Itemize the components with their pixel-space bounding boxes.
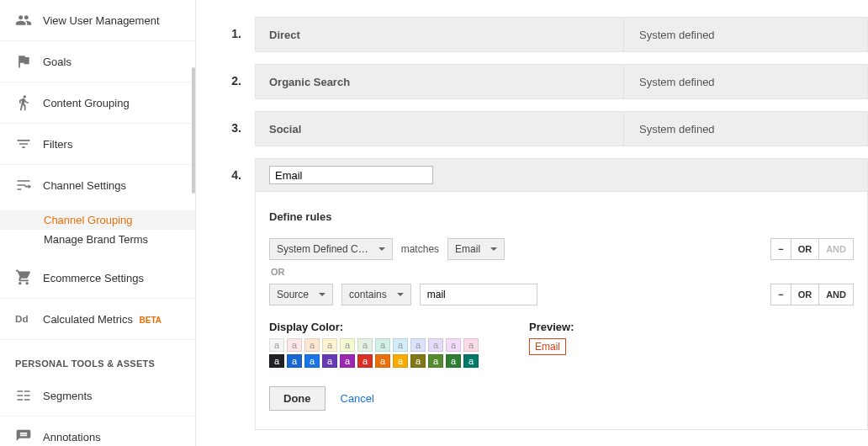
color-swatch[interactable]: a [340,354,355,368]
rule1-dimension-dropdown[interactable]: System Defined C… [269,238,393,260]
rule-or-button[interactable]: OR [791,284,820,305]
rule-and-button[interactable]: AND [819,284,853,305]
rule-and-button: AND [819,239,853,259]
rule-line-2: Source contains − OR AND [269,284,854,305]
dd-label: Email [455,243,480,255]
color-swatch[interactable]: a [269,338,284,352]
rule2-value-input[interactable] [420,284,537,305]
done-button[interactable]: Done [269,386,326,411]
rule1-ops: − OR AND [770,238,854,260]
subnav-manage-brand-terms[interactable]: Manage Brand Terms [0,230,195,249]
chevron-down-icon [490,247,497,251]
color-swatch[interactable]: a [375,354,390,368]
color-swatch[interactable]: a [357,338,373,352]
annotations-icon [15,428,32,445]
rule-or-separator: OR [271,267,854,277]
color-swatch[interactable]: a [463,338,479,352]
nav-calculated-metrics[interactable]: Dd Calculated Metrics BETA [0,299,195,340]
channel-bar[interactable]: Social System defined [255,111,868,146]
color-swatch[interactable]: a [340,338,355,352]
color-swatch[interactable]: a [269,354,284,368]
channel-editor: Define rules System Defined C… matches E… [255,192,868,430]
swatch-grid: aaaaaaaaaaaa aaaaaaaaaaaa [269,338,479,368]
rule-or-button[interactable]: OR [791,239,820,259]
color-swatch[interactable]: a [322,338,337,352]
nav-view-user-management[interactable]: View User Management [0,0,195,41]
channel-name: Organic Search [256,76,623,88]
color-swatch[interactable]: a [304,338,320,352]
nav-label: Filters [43,138,180,151]
display-color-label: Display Color: [269,321,479,333]
channel-settings-icon [15,177,32,194]
preview-block: Preview: Email [529,321,574,368]
channel-name-input[interactable] [269,166,433,184]
nav-channel-settings[interactable]: Channel Settings [0,165,195,205]
color-swatch[interactable]: a [393,338,408,352]
sidebar: View User Management Goals Content Group… [0,0,196,446]
chevron-down-icon [319,293,326,296]
nav-ecommerce-settings[interactable]: Ecommerce Settings [0,258,195,299]
svg-text:Dd: Dd [15,313,29,324]
segments-icon [15,387,32,404]
rule2-ops: − OR AND [770,284,854,305]
preview-label: Preview: [529,321,574,333]
channel-bar[interactable]: Organic Search System defined [255,64,868,99]
color-swatch[interactable]: a [357,354,373,368]
sidebar-scrollbar[interactable] [192,67,195,194]
channel-bar[interactable]: Direct System defined [255,17,868,52]
rule-line-1: System Defined C… matches Email − OR AND [269,238,854,260]
color-swatch[interactable]: a [446,354,461,368]
rule-remove-button[interactable]: − [771,239,791,259]
nav-annotations[interactable]: Annotations [0,417,195,446]
nav-label: Content Grouping [43,97,180,109]
channel-name: Direct [256,29,623,41]
color-swatch[interactable]: a [304,354,320,368]
channel-settings-submenu: Channel Grouping Manage Brand Terms [0,205,195,258]
rule2-dimension-dropdown[interactable]: Source [269,284,333,305]
dd-label: contains [349,289,387,300]
channel-number: 3. [221,111,255,146]
rule-remove-button[interactable]: − [771,284,791,305]
color-swatch[interactable]: a [410,338,426,352]
nav-label: Ecommerce Settings [43,272,180,284]
display-color-block: Display Color: aaaaaaaaaaaa aaaaaaaaaaaa [269,321,479,368]
nav-goals[interactable]: Goals [0,41,195,82]
nav-content-grouping[interactable]: Content Grouping [0,82,195,124]
nav-label-text: Calculated Metrics [43,313,133,326]
channel-number: 2. [221,64,255,99]
channel-row-2: 2. Organic Search System defined [221,64,868,99]
dd-label: Source [277,289,309,300]
swatch-row: aaaaaaaaaaaa [269,338,479,352]
color-swatch[interactable]: a [428,338,443,352]
channel-name: Social [256,123,623,135]
nav-filters[interactable]: Filters [0,124,195,165]
person-run-icon [15,94,32,111]
channel-row-4: 4. [221,158,868,192]
color-swatch[interactable]: a [287,354,302,368]
channel-bar [255,158,868,192]
editor-actions: Done Cancel [269,386,854,411]
rule1-value-dropdown[interactable]: Email [447,238,505,260]
nav-segments[interactable]: Segments [0,375,195,417]
preview-chip: Email [529,338,566,355]
color-swatch[interactable]: a [393,354,408,368]
color-swatch[interactable]: a [322,354,337,368]
color-swatch[interactable]: a [463,354,479,368]
rule2-match-dropdown[interactable]: contains [341,284,411,305]
channel-number: 1. [221,17,255,52]
channel-type: System defined [623,65,867,98]
color-swatch[interactable]: a [446,338,461,352]
channel-row-3: 3. Social System defined [221,111,868,146]
cancel-button[interactable]: Cancel [341,392,374,405]
display-section: Display Color: aaaaaaaaaaaa aaaaaaaaaaaa… [269,321,854,368]
color-swatch[interactable]: a [428,354,443,368]
subnav-channel-grouping[interactable]: Channel Grouping [0,210,195,230]
color-swatch[interactable]: a [287,338,302,352]
color-swatch[interactable]: a [375,338,390,352]
dd-icon: Dd [15,311,32,327]
color-swatch[interactable]: a [410,354,426,368]
channel-type: System defined [623,112,867,146]
editor-heading: Define rules [269,210,854,223]
nav-label: View User Management [43,14,180,27]
swatch-row: aaaaaaaaaaaa [269,354,479,368]
